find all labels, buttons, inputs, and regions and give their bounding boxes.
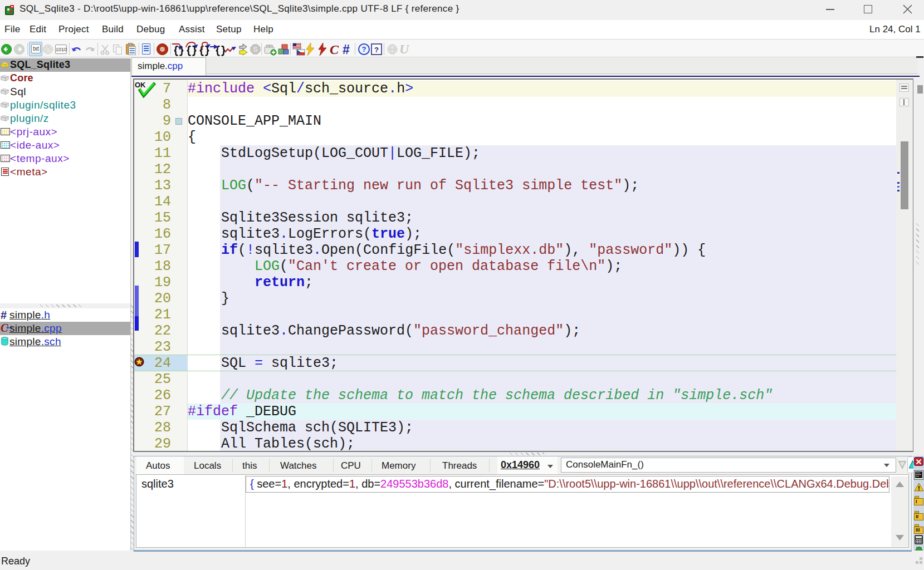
svg-text:S: S xyxy=(253,46,257,53)
svg-text:?: ? xyxy=(362,45,366,53)
svg-text:?: ? xyxy=(374,46,379,54)
